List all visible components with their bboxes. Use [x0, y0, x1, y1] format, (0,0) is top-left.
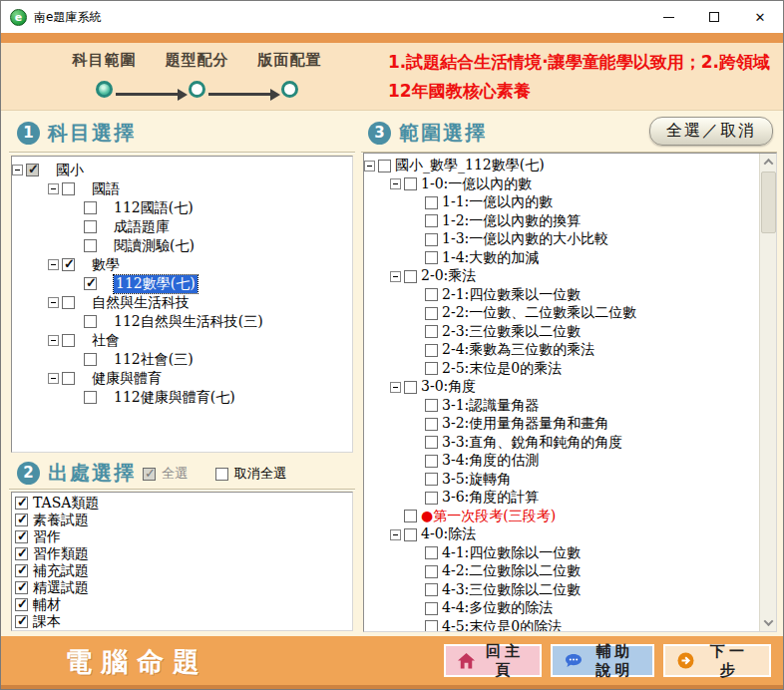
tree-node-label[interactable]: 4-1:四位數除以一位數: [442, 544, 581, 562]
tree-checkbox[interactable]: [425, 602, 438, 615]
tree-node-label[interactable]: 2-5:末位是0的乘法: [442, 360, 562, 378]
select-all-checkbox[interactable]: [143, 468, 156, 481]
tree-checkbox[interactable]: [425, 214, 438, 227]
range-tree-node[interactable]: 2-0:乘法: [364, 267, 759, 285]
subject-tree-node[interactable]: 自然與生活科技: [12, 293, 352, 312]
range-tree-node[interactable]: 4-0:除法: [364, 525, 759, 543]
tree-node-label[interactable]: ●第一次段考(三段考): [421, 508, 556, 525]
tree-node-label[interactable]: 健康與體育: [92, 370, 162, 388]
tree-checkbox[interactable]: [425, 546, 438, 559]
range-tree-node[interactable]: 2-3:三位數乘以二位數: [364, 323, 759, 341]
tree-collapse-icon[interactable]: [390, 271, 401, 282]
source-list-item[interactable]: 課本: [15, 613, 349, 630]
range-tree-node[interactable]: 2-5:末位是0的乘法: [364, 360, 759, 378]
tree-collapse-icon[interactable]: [12, 165, 23, 175]
tree-node-label[interactable]: 4-4:多位數的除法: [442, 599, 553, 617]
tree-collapse-icon[interactable]: [390, 382, 401, 393]
tree-checkbox[interactable]: [62, 182, 75, 195]
range-tree-node[interactable]: 4-3:三位數除以二位數: [364, 581, 759, 599]
source-checkbox[interactable]: [15, 564, 28, 577]
tree-checkbox[interactable]: [84, 239, 97, 252]
scrollbar-thumb[interactable]: [761, 172, 776, 233]
tree-node-label[interactable]: 3-5:旋轉角: [442, 471, 511, 489]
tree-node-label[interactable]: 112健康與體育(七): [114, 389, 235, 407]
tree-node-label[interactable]: 112自然與生活科技(三): [114, 313, 263, 331]
tree-node-label[interactable]: 4-2:二位數除以二位數: [442, 562, 581, 580]
tree-node-label[interactable]: 2-3:三位數乘以二位數: [442, 323, 581, 341]
tree-node-label[interactable]: 112社會(三): [114, 351, 194, 369]
tree-checkbox[interactable]: [425, 399, 438, 412]
select-all-toggle-button[interactable]: 全選／取消: [649, 117, 773, 146]
tree-checkbox[interactable]: [62, 372, 75, 385]
tree-checkbox[interactable]: [425, 583, 438, 596]
subject-tree-node[interactable]: 國小: [12, 161, 352, 179]
deselect-all-checkbox[interactable]: [215, 468, 228, 481]
tree-checkbox[interactable]: [425, 473, 438, 486]
tree-node-label[interactable]: 1-2:一億以內數的換算: [442, 212, 581, 230]
tree-node-label[interactable]: 1-1:一億以內的數: [442, 193, 553, 211]
tree-checkbox[interactable]: [84, 315, 97, 328]
scroll-down-icon[interactable]: [760, 614, 777, 631]
tree-node-label[interactable]: 國語: [92, 180, 120, 198]
tree-node-label[interactable]: 4-5:末位是0的除法: [442, 618, 562, 633]
tree-checkbox[interactable]: [62, 258, 75, 271]
tree-node-label[interactable]: 112國語(七): [114, 199, 194, 217]
source-list-item[interactable]: TASA類題: [15, 495, 349, 512]
source-checkbox[interactable]: [15, 497, 28, 510]
minimize-button[interactable]: [645, 1, 691, 33]
range-tree-node[interactable]: 3-2:使用量角器量角和畫角: [364, 415, 759, 433]
subject-tree-node[interactable]: 112社會(三): [12, 350, 352, 369]
source-list-item[interactable]: 精選試題: [15, 579, 349, 596]
range-tree-node[interactable]: 4-4:多位數的除法: [364, 599, 759, 617]
tree-node-label[interactable]: 數學: [92, 256, 120, 274]
subject-tree-node[interactable]: 112自然與生活科技(三): [12, 312, 352, 331]
scroll-up-icon[interactable]: [760, 154, 777, 171]
range-tree-node[interactable]: 4-5:末位是0的除法: [364, 618, 759, 633]
range-tree-node[interactable]: 1-3:一億以內數的大小比較: [364, 230, 759, 248]
step-dot-icon[interactable]: [96, 81, 113, 98]
tree-checkbox[interactable]: [84, 391, 97, 404]
subject-tree-node[interactable]: 社會: [12, 331, 352, 350]
tree-node-label[interactable]: 國小_數學_112數學(七): [395, 157, 545, 174]
tree-checkbox[interactable]: [26, 164, 39, 176]
source-checkbox[interactable]: [15, 514, 28, 526]
home-button[interactable]: 回主頁: [444, 644, 542, 677]
source-list-item[interactable]: 習作類題: [15, 545, 349, 562]
range-tree-node[interactable]: 4-2:二位數除以二位數: [364, 562, 759, 580]
close-button[interactable]: ✕: [737, 1, 783, 33]
help-button[interactable]: 輔助說明: [551, 644, 654, 677]
tree-collapse-icon[interactable]: [48, 335, 59, 346]
tree-checkbox[interactable]: [425, 288, 438, 301]
tree-checkbox[interactable]: [425, 436, 438, 449]
step-dot-icon[interactable]: [189, 81, 205, 98]
source-checkbox[interactable]: [15, 547, 28, 560]
tree-node-label[interactable]: 3-2:使用量角器量角和畫角: [442, 415, 608, 433]
tree-checkbox[interactable]: [404, 381, 417, 394]
tree-node-label[interactable]: 3-0:角度: [421, 378, 476, 396]
next-button[interactable]: 下一步: [663, 644, 771, 677]
source-checkbox[interactable]: [15, 530, 28, 543]
range-tree-node[interactable]: 3-3:直角、銳角和鈍角的角度: [364, 434, 759, 452]
range-tree-node[interactable]: ●第一次段考(三段考): [364, 508, 759, 525]
range-tree-node[interactable]: 國小_數學_112數學(七): [364, 157, 759, 174]
source-checkbox[interactable]: [15, 581, 28, 594]
tree-node-label[interactable]: 4-3:三位數除以二位數: [442, 581, 581, 599]
subject-tree-node[interactable]: 成語題庫: [12, 217, 352, 236]
source-checkbox[interactable]: [15, 598, 28, 611]
tree-checkbox[interactable]: [425, 620, 438, 632]
tree-node-label[interactable]: 112數學(七): [114, 275, 197, 293]
vertical-scrollbar[interactable]: [759, 154, 776, 631]
range-tree-node[interactable]: 2-1:四位數乘以一位數: [364, 286, 759, 304]
subject-tree-node[interactable]: 數學: [12, 255, 352, 274]
range-tree-node[interactable]: 2-2:一位數、二位數乘以二位數: [364, 304, 759, 322]
tree-checkbox[interactable]: [425, 565, 438, 578]
tree-node-label[interactable]: 2-0:乘法: [421, 267, 476, 285]
tree-node-label[interactable]: 成語題庫: [114, 218, 170, 236]
tree-checkbox[interactable]: [425, 307, 438, 320]
source-checkbox[interactable]: [15, 615, 28, 628]
tree-checkbox[interactable]: [84, 353, 97, 366]
tree-checkbox[interactable]: [62, 296, 75, 309]
tree-checkbox[interactable]: [425, 325, 438, 338]
range-tree-node[interactable]: 3-6:角度的計算: [364, 489, 759, 507]
tree-node-label[interactable]: 國小: [56, 162, 84, 179]
